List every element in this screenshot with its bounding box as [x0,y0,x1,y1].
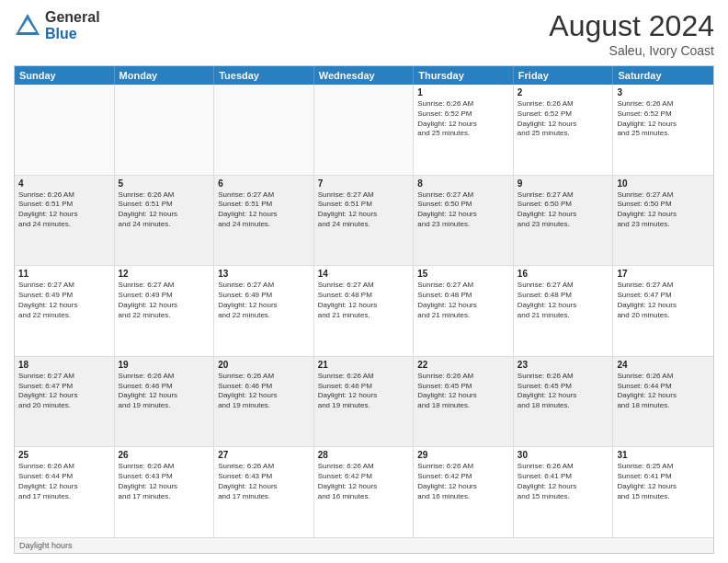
page: General Blue August 2024 Saleu, Ivory Co… [0,0,728,563]
header: General Blue August 2024 Saleu, Ivory Co… [14,9,714,58]
table-row: 26Sunrise: 6:26 AM Sunset: 6:43 PM Dayli… [115,447,215,537]
day-info: Sunrise: 6:27 AM Sunset: 6:49 PM Dayligh… [18,281,110,320]
day-number: 29 [417,450,509,460]
day-info: Sunrise: 6:26 AM Sunset: 6:51 PM Dayligh… [18,190,110,230]
table-row: 16Sunrise: 6:27 AM Sunset: 6:48 PM Dayli… [514,266,614,356]
calendar-row: 25Sunrise: 6:26 AM Sunset: 6:44 PM Dayli… [15,447,713,537]
table-row: 6Sunrise: 6:27 AM Sunset: 6:51 PM Daylig… [214,176,314,266]
logo-text: General Blue [45,9,100,41]
day-info: Sunrise: 6:26 AM Sunset: 6:44 PM Dayligh… [617,372,710,411]
day-number: 18 [18,360,110,370]
table-row [214,85,314,175]
table-row: 21Sunrise: 6:26 AM Sunset: 6:46 PM Dayli… [314,357,415,447]
day-info: Sunrise: 6:26 AM Sunset: 6:44 PM Dayligh… [18,462,110,501]
calendar-row: 11Sunrise: 6:27 AM Sunset: 6:49 PM Dayli… [15,266,713,357]
table-row: 10Sunrise: 6:27 AM Sunset: 6:50 PM Dayli… [613,176,713,266]
calendar-header-cell: Thursday [414,66,514,85]
day-number: 21 [318,360,410,370]
day-info: Sunrise: 6:26 AM Sunset: 6:46 PM Dayligh… [318,372,410,411]
calendar-header: SundayMondayTuesdayWednesdayThursdayFrid… [15,66,713,85]
calendar-row: 4Sunrise: 6:26 AM Sunset: 6:51 PM Daylig… [15,176,713,267]
day-number: 10 [617,178,710,189]
day-number: 24 [617,360,710,370]
day-info: Sunrise: 6:26 AM Sunset: 6:42 PM Dayligh… [417,462,509,501]
table-row: 14Sunrise: 6:27 AM Sunset: 6:48 PM Dayli… [314,266,415,356]
calendar-header-cell: Wednesday [314,66,415,85]
day-number: 17 [617,269,710,279]
day-info: Sunrise: 6:26 AM Sunset: 6:45 PM Dayligh… [417,372,509,411]
logo-icon [14,12,41,40]
title-block: August 2024 Saleu, Ivory Coast [549,9,714,58]
table-row: 4Sunrise: 6:26 AM Sunset: 6:51 PM Daylig… [15,176,115,266]
day-number: 4 [18,178,110,189]
day-number: 9 [518,178,609,189]
day-number: 8 [417,178,509,189]
table-row: 9Sunrise: 6:27 AM Sunset: 6:50 PM Daylig… [514,176,614,266]
day-number: 3 [617,87,710,98]
table-row [115,85,215,175]
table-row [314,85,415,175]
day-number: 12 [119,269,210,279]
table-row: 13Sunrise: 6:27 AM Sunset: 6:49 PM Dayli… [214,266,314,356]
calendar-header-cell: Friday [514,66,614,85]
table-row: 31Sunrise: 6:25 AM Sunset: 6:41 PM Dayli… [613,447,713,537]
table-row: 19Sunrise: 6:26 AM Sunset: 6:46 PM Dayli… [115,357,215,447]
day-info: Sunrise: 6:26 AM Sunset: 6:43 PM Dayligh… [218,462,310,501]
day-info: Sunrise: 6:27 AM Sunset: 6:49 PM Dayligh… [218,281,310,320]
day-info: Sunrise: 6:26 AM Sunset: 6:46 PM Dayligh… [218,372,310,411]
day-info: Sunrise: 6:26 AM Sunset: 6:52 PM Dayligh… [518,99,609,139]
table-row: 17Sunrise: 6:27 AM Sunset: 6:47 PM Dayli… [613,266,713,356]
table-row: 12Sunrise: 6:27 AM Sunset: 6:49 PM Dayli… [115,266,215,356]
day-number: 2 [518,87,609,98]
calendar: SundayMondayTuesdayWednesdayThursdayFrid… [14,65,714,554]
table-row: 30Sunrise: 6:26 AM Sunset: 6:41 PM Dayli… [514,447,614,537]
table-row [15,85,115,175]
day-number: 20 [218,360,310,370]
day-info: Sunrise: 6:27 AM Sunset: 6:48 PM Dayligh… [417,281,509,320]
table-row: 2Sunrise: 6:26 AM Sunset: 6:52 PM Daylig… [514,85,614,175]
location: Saleu, Ivory Coast [549,43,714,58]
table-row: 7Sunrise: 6:27 AM Sunset: 6:51 PM Daylig… [314,176,415,266]
day-number: 13 [218,269,310,279]
day-info: Sunrise: 6:25 AM Sunset: 6:41 PM Dayligh… [617,462,710,501]
calendar-body: 1Sunrise: 6:26 AM Sunset: 6:52 PM Daylig… [15,85,713,537]
day-info: Sunrise: 6:27 AM Sunset: 6:49 PM Dayligh… [119,281,210,320]
day-info: Sunrise: 6:26 AM Sunset: 6:41 PM Dayligh… [518,462,609,501]
day-number: 27 [218,450,310,460]
calendar-header-cell: Tuesday [214,66,314,85]
table-row: 22Sunrise: 6:26 AM Sunset: 6:45 PM Dayli… [414,357,514,447]
day-info: Sunrise: 6:27 AM Sunset: 6:50 PM Dayligh… [518,190,609,230]
day-number: 31 [617,450,710,460]
day-number: 5 [119,178,210,189]
table-row: 23Sunrise: 6:26 AM Sunset: 6:45 PM Dayli… [514,357,614,447]
table-row: 29Sunrise: 6:26 AM Sunset: 6:42 PM Dayli… [414,447,514,537]
table-row: 24Sunrise: 6:26 AM Sunset: 6:44 PM Dayli… [613,357,713,447]
day-number: 23 [518,360,609,370]
day-info: Sunrise: 6:27 AM Sunset: 6:47 PM Dayligh… [18,372,110,411]
day-number: 11 [18,269,110,279]
day-info: Sunrise: 6:26 AM Sunset: 6:51 PM Dayligh… [119,190,210,230]
logo-general: General [45,9,100,26]
table-row: 5Sunrise: 6:26 AM Sunset: 6:51 PM Daylig… [115,176,215,266]
day-number: 14 [318,269,410,279]
day-info: Sunrise: 6:26 AM Sunset: 6:42 PM Dayligh… [318,462,410,501]
day-info: Sunrise: 6:26 AM Sunset: 6:45 PM Dayligh… [518,372,609,411]
month-year: August 2024 [549,9,714,43]
day-number: 1 [417,87,509,98]
table-row: 15Sunrise: 6:27 AM Sunset: 6:48 PM Dayli… [414,266,514,356]
day-number: 28 [318,450,410,460]
day-number: 22 [417,360,509,370]
logo-blue: Blue [45,26,100,42]
calendar-row: 1Sunrise: 6:26 AM Sunset: 6:52 PM Daylig… [15,85,713,176]
day-number: 19 [119,360,210,370]
table-row: 3Sunrise: 6:26 AM Sunset: 6:52 PM Daylig… [613,85,713,175]
day-info: Sunrise: 6:27 AM Sunset: 6:50 PM Dayligh… [617,190,710,230]
day-number: 30 [518,450,609,460]
day-info: Sunrise: 6:26 AM Sunset: 6:46 PM Dayligh… [119,372,210,411]
day-number: 6 [218,178,310,189]
calendar-row: 18Sunrise: 6:27 AM Sunset: 6:47 PM Dayli… [15,357,713,448]
day-info: Sunrise: 6:27 AM Sunset: 6:50 PM Dayligh… [417,190,509,230]
table-row: 11Sunrise: 6:27 AM Sunset: 6:49 PM Dayli… [15,266,115,356]
table-row: 1Sunrise: 6:26 AM Sunset: 6:52 PM Daylig… [414,85,514,175]
day-number: 25 [18,450,110,460]
